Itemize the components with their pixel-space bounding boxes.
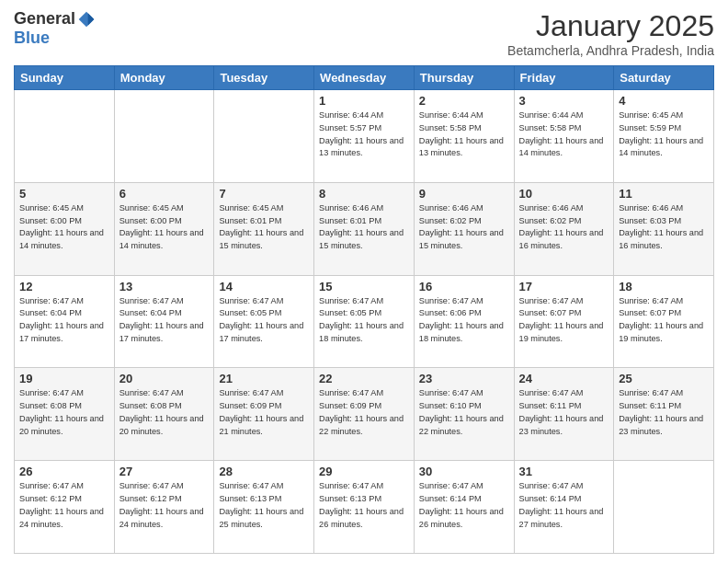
logo-blue-text: Blue: [14, 29, 50, 47]
table-row: 12Sunrise: 6:47 AM Sunset: 6:04 PM Dayli…: [15, 275, 115, 368]
day-number: 1: [319, 94, 409, 108]
day-info: Sunrise: 6:45 AM Sunset: 5:59 PM Dayligh…: [619, 109, 709, 160]
table-row: 25Sunrise: 6:47 AM Sunset: 6:11 PM Dayli…: [614, 368, 714, 461]
title-section: January 2025 Betamcherla, Andhra Pradesh…: [507, 9, 714, 58]
day-number: 26: [19, 465, 109, 478]
week-row-0: 1Sunrise: 6:44 AM Sunset: 5:57 PM Daylig…: [15, 90, 714, 183]
day-number: 25: [619, 372, 709, 385]
day-number: 6: [119, 187, 210, 201]
day-info: Sunrise: 6:47 AM Sunset: 6:11 PM Dayligh…: [619, 387, 709, 438]
day-number: 27: [119, 465, 210, 478]
day-info: Sunrise: 6:47 AM Sunset: 6:07 PM Dayligh…: [619, 295, 709, 346]
table-row: 20Sunrise: 6:47 AM Sunset: 6:08 PM Dayli…: [114, 368, 214, 461]
day-number: 3: [519, 94, 609, 108]
table-row: 1Sunrise: 6:44 AM Sunset: 5:57 PM Daylig…: [314, 90, 415, 183]
day-info: Sunrise: 6:47 AM Sunset: 6:13 PM Dayligh…: [319, 480, 409, 531]
table-row: 26Sunrise: 6:47 AM Sunset: 6:12 PM Dayli…: [15, 461, 115, 554]
table-row: 21Sunrise: 6:47 AM Sunset: 6:09 PM Dayli…: [214, 368, 314, 461]
table-row: 24Sunrise: 6:47 AM Sunset: 6:11 PM Dayli…: [514, 368, 614, 461]
day-number: 29: [319, 465, 409, 478]
col-tuesday: Tuesday: [214, 66, 314, 90]
table-row: [15, 90, 115, 183]
table-row: 27Sunrise: 6:47 AM Sunset: 6:12 PM Dayli…: [114, 461, 214, 554]
col-monday: Monday: [114, 66, 214, 90]
col-saturday: Saturday: [614, 66, 714, 90]
logo-icon: [77, 10, 96, 29]
calendar-table: Sunday Monday Tuesday Wednesday Thursday…: [14, 65, 714, 554]
header: General Blue January 2025 Betamcherla, A…: [14, 9, 714, 58]
day-info: Sunrise: 6:47 AM Sunset: 6:05 PM Dayligh…: [219, 295, 309, 346]
day-number: 19: [19, 372, 109, 385]
col-friday: Friday: [514, 66, 614, 90]
day-number: 16: [419, 280, 509, 293]
logo-general: General: [14, 9, 75, 29]
day-info: Sunrise: 6:47 AM Sunset: 6:04 PM Dayligh…: [19, 295, 109, 346]
calendar-page: General Blue January 2025 Betamcherla, A…: [0, 0, 728, 563]
day-info: Sunrise: 6:47 AM Sunset: 6:14 PM Dayligh…: [519, 480, 609, 531]
month-title: January 2025: [507, 9, 714, 43]
day-number: 11: [619, 187, 709, 201]
table-row: 8Sunrise: 6:46 AM Sunset: 6:01 PM Daylig…: [314, 182, 415, 275]
table-row: 14Sunrise: 6:47 AM Sunset: 6:05 PM Dayli…: [214, 275, 314, 368]
table-row: 13Sunrise: 6:47 AM Sunset: 6:04 PM Dayli…: [114, 275, 214, 368]
day-info: Sunrise: 6:47 AM Sunset: 6:08 PM Dayligh…: [119, 387, 210, 438]
table-row: 7Sunrise: 6:45 AM Sunset: 6:01 PM Daylig…: [214, 182, 314, 275]
col-wednesday: Wednesday: [314, 66, 415, 90]
day-info: Sunrise: 6:46 AM Sunset: 6:01 PM Dayligh…: [319, 202, 409, 253]
week-row-2: 12Sunrise: 6:47 AM Sunset: 6:04 PM Dayli…: [15, 275, 714, 368]
table-row: 2Sunrise: 6:44 AM Sunset: 5:58 PM Daylig…: [414, 90, 514, 183]
day-number: 8: [319, 187, 409, 201]
svg-marker-1: [88, 13, 95, 25]
day-info: Sunrise: 6:47 AM Sunset: 6:07 PM Dayligh…: [519, 295, 609, 346]
week-row-4: 26Sunrise: 6:47 AM Sunset: 6:12 PM Dayli…: [15, 461, 714, 554]
week-row-1: 5Sunrise: 6:45 AM Sunset: 6:00 PM Daylig…: [15, 182, 714, 275]
day-info: Sunrise: 6:47 AM Sunset: 6:06 PM Dayligh…: [419, 295, 509, 346]
table-row: 18Sunrise: 6:47 AM Sunset: 6:07 PM Dayli…: [614, 275, 714, 368]
day-number: 5: [19, 187, 109, 201]
table-row: 15Sunrise: 6:47 AM Sunset: 6:05 PM Dayli…: [314, 275, 415, 368]
table-row: 17Sunrise: 6:47 AM Sunset: 6:07 PM Dayli…: [514, 275, 614, 368]
day-info: Sunrise: 6:47 AM Sunset: 6:04 PM Dayligh…: [119, 295, 210, 346]
day-number: 10: [519, 187, 609, 201]
day-number: 23: [419, 372, 509, 385]
day-info: Sunrise: 6:45 AM Sunset: 6:00 PM Dayligh…: [19, 202, 109, 253]
day-number: 28: [219, 465, 309, 478]
table-row: 19Sunrise: 6:47 AM Sunset: 6:08 PM Dayli…: [15, 368, 115, 461]
table-row: 23Sunrise: 6:47 AM Sunset: 6:10 PM Dayli…: [414, 368, 514, 461]
table-row: [614, 461, 714, 554]
day-info: Sunrise: 6:46 AM Sunset: 6:02 PM Dayligh…: [519, 202, 609, 253]
day-number: 15: [319, 280, 409, 293]
day-info: Sunrise: 6:47 AM Sunset: 6:05 PM Dayligh…: [319, 295, 409, 346]
day-info: Sunrise: 6:44 AM Sunset: 5:58 PM Dayligh…: [419, 109, 509, 160]
day-info: Sunrise: 6:47 AM Sunset: 6:14 PM Dayligh…: [419, 480, 509, 531]
table-row: 28Sunrise: 6:47 AM Sunset: 6:13 PM Dayli…: [214, 461, 314, 554]
day-number: 31: [519, 465, 609, 478]
col-thursday: Thursday: [414, 66, 514, 90]
day-number: 12: [19, 280, 109, 293]
logo: General Blue: [14, 9, 96, 48]
day-info: Sunrise: 6:47 AM Sunset: 6:08 PM Dayligh…: [19, 387, 109, 438]
table-row: 3Sunrise: 6:44 AM Sunset: 5:58 PM Daylig…: [514, 90, 614, 183]
day-info: Sunrise: 6:47 AM Sunset: 6:12 PM Dayligh…: [19, 480, 109, 531]
day-number: 14: [219, 280, 309, 293]
table-row: 5Sunrise: 6:45 AM Sunset: 6:00 PM Daylig…: [15, 182, 115, 275]
day-number: 9: [419, 187, 509, 201]
day-info: Sunrise: 6:47 AM Sunset: 6:09 PM Dayligh…: [319, 387, 409, 438]
week-row-3: 19Sunrise: 6:47 AM Sunset: 6:08 PM Dayli…: [15, 368, 714, 461]
day-info: Sunrise: 6:47 AM Sunset: 6:11 PM Dayligh…: [519, 387, 609, 438]
table-row: 10Sunrise: 6:46 AM Sunset: 6:02 PM Dayli…: [514, 182, 614, 275]
table-row: 30Sunrise: 6:47 AM Sunset: 6:14 PM Dayli…: [414, 461, 514, 554]
table-row: 16Sunrise: 6:47 AM Sunset: 6:06 PM Dayli…: [414, 275, 514, 368]
table-row: [114, 90, 214, 183]
day-info: Sunrise: 6:46 AM Sunset: 6:02 PM Dayligh…: [419, 202, 509, 253]
table-row: 9Sunrise: 6:46 AM Sunset: 6:02 PM Daylig…: [414, 182, 514, 275]
table-row: 11Sunrise: 6:46 AM Sunset: 6:03 PM Dayli…: [614, 182, 714, 275]
day-number: 30: [419, 465, 509, 478]
calendar-header-row: Sunday Monday Tuesday Wednesday Thursday…: [15, 66, 714, 90]
table-row: [214, 90, 314, 183]
day-number: 18: [619, 280, 709, 293]
table-row: 6Sunrise: 6:45 AM Sunset: 6:00 PM Daylig…: [114, 182, 214, 275]
logo-text: General: [14, 9, 96, 29]
day-number: 13: [119, 280, 210, 293]
table-row: 22Sunrise: 6:47 AM Sunset: 6:09 PM Dayli…: [314, 368, 415, 461]
